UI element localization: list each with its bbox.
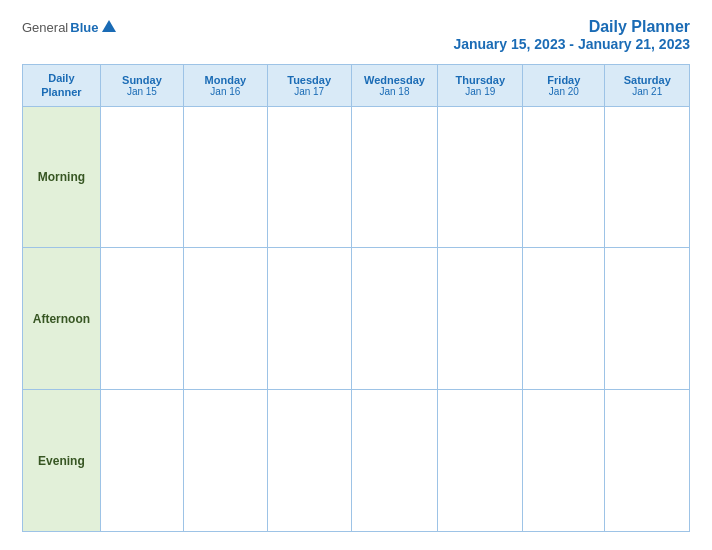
evening-tuesday[interactable] [267,390,351,532]
page-title: Daily Planner [453,18,690,36]
thursday-name: Thursday [442,74,518,86]
morning-sunday[interactable] [100,106,183,248]
tuesday-date: Jan 17 [272,86,347,97]
wednesday-name: Wednesday [356,74,434,86]
logo-blue-text: Blue [70,20,98,35]
calendar-table: DailyPlanner Sunday Jan 15 Monday Jan 16… [22,64,690,532]
logo: General Blue [22,18,118,36]
col-tuesday: Tuesday Jan 17 [267,65,351,107]
morning-tuesday[interactable] [267,106,351,248]
evening-sunday[interactable] [100,390,183,532]
friday-name: Friday [527,74,600,86]
friday-date: Jan 20 [527,86,600,97]
morning-saturday[interactable] [605,106,690,248]
col-monday: Monday Jan 16 [184,65,268,107]
evening-wednesday[interactable] [351,390,438,532]
monday-name: Monday [188,74,263,86]
afternoon-tuesday[interactable] [267,248,351,390]
thursday-date: Jan 19 [442,86,518,97]
morning-label: Morning [23,106,101,248]
logo-area: General Blue [22,18,118,36]
morning-row: Morning [23,106,690,248]
evening-thursday[interactable] [438,390,523,532]
afternoon-wednesday[interactable] [351,248,438,390]
wednesday-date: Jan 18 [356,86,434,97]
col-thursday: Thursday Jan 19 [438,65,523,107]
morning-thursday[interactable] [438,106,523,248]
tuesday-name: Tuesday [272,74,347,86]
morning-monday[interactable] [184,106,268,248]
evening-label: Evening [23,390,101,532]
monday-date: Jan 16 [188,86,263,97]
page-header: General Blue Daily Planner January 15, 2… [22,18,690,52]
evening-friday[interactable] [523,390,605,532]
saturday-date: Jan 21 [609,86,685,97]
afternoon-thursday[interactable] [438,248,523,390]
afternoon-saturday[interactable] [605,248,690,390]
logo-icon [100,18,118,36]
sunday-date: Jan 15 [105,86,179,97]
header-row: DailyPlanner Sunday Jan 15 Monday Jan 16… [23,65,690,107]
date-range: January 15, 2023 - January 21, 2023 [453,36,690,52]
evening-row: Evening [23,390,690,532]
afternoon-label: Afternoon [23,248,101,390]
daily-planner-header: DailyPlanner [23,65,101,107]
evening-saturday[interactable] [605,390,690,532]
col-sunday: Sunday Jan 15 [100,65,183,107]
evening-monday[interactable] [184,390,268,532]
sunday-name: Sunday [105,74,179,86]
col-wednesday: Wednesday Jan 18 [351,65,438,107]
svg-marker-0 [102,20,116,32]
afternoon-friday[interactable] [523,248,605,390]
col-friday: Friday Jan 20 [523,65,605,107]
title-area: Daily Planner January 15, 2023 - January… [453,18,690,52]
afternoon-row: Afternoon [23,248,690,390]
morning-friday[interactable] [523,106,605,248]
saturday-name: Saturday [609,74,685,86]
col-saturday: Saturday Jan 21 [605,65,690,107]
morning-wednesday[interactable] [351,106,438,248]
afternoon-monday[interactable] [184,248,268,390]
afternoon-sunday[interactable] [100,248,183,390]
logo-general-text: General [22,20,68,35]
